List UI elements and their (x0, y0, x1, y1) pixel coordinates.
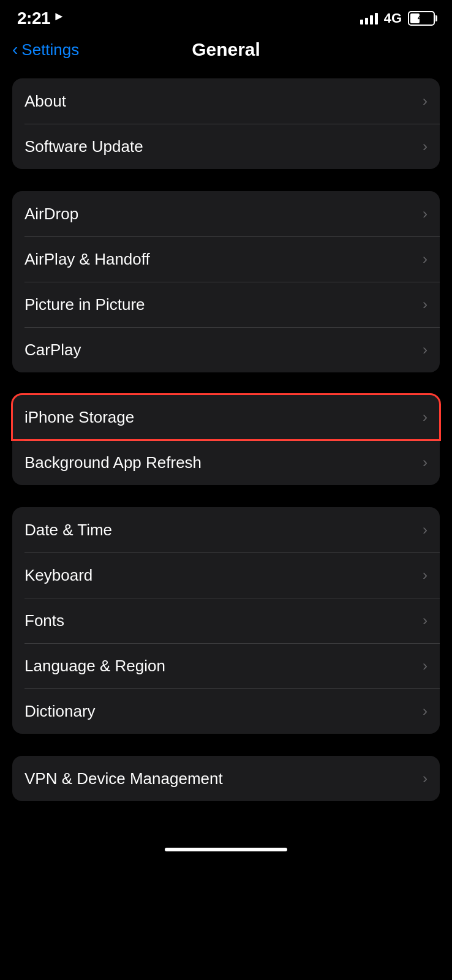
keyboard-chevron: › (423, 567, 428, 584)
signal-bar-1 (360, 20, 363, 24)
home-indicator-container (0, 829, 452, 870)
iphone-storage-chevron: › (423, 409, 428, 426)
keyboard-label: Keyboard (24, 566, 92, 585)
signal-bar-4 (375, 13, 378, 24)
clock: 2:21 (17, 9, 50, 28)
airplay-handoff-chevron: › (423, 251, 428, 268)
carplay-right: › (423, 341, 428, 358)
settings-row-carplay[interactable]: CarPlay › (12, 327, 440, 372)
settings-row-about[interactable]: About › (12, 78, 440, 124)
battery-container: 43 (408, 11, 435, 26)
carplay-label: CarPlay (24, 341, 81, 360)
settings-row-dictionary[interactable]: Dictionary › (12, 688, 440, 734)
home-indicator (165, 848, 287, 851)
status-time-area: 2:21 ► (17, 9, 65, 28)
about-right: › (423, 92, 428, 110)
vpn-device-management-right: › (423, 770, 428, 787)
settings-row-keyboard[interactable]: Keyboard › (12, 552, 440, 598)
settings-row-airplay-handoff[interactable]: AirPlay & Handoff › (12, 236, 440, 282)
settings-row-language-region[interactable]: Language & Region › (12, 643, 440, 688)
dictionary-chevron: › (423, 703, 428, 720)
settings-row-software-update[interactable]: Software Update › (12, 124, 440, 169)
settings-row-fonts[interactable]: Fonts › (12, 598, 440, 643)
back-chevron-icon: ‹ (12, 40, 18, 59)
language-region-chevron: › (423, 657, 428, 674)
picture-in-picture-chevron: › (423, 296, 428, 313)
airdrop-right: › (423, 205, 428, 222)
settings-row-date-time[interactable]: Date & Time › (12, 507, 440, 552)
background-app-refresh-chevron: › (423, 454, 428, 471)
fonts-right: › (423, 612, 428, 629)
keyboard-right: › (423, 567, 428, 584)
settings-group-2: AirDrop › AirPlay & Handoff › Picture in… (12, 191, 440, 372)
iphone-storage-right: › (423, 409, 428, 426)
picture-in-picture-right: › (423, 296, 428, 313)
status-icons: 4G 43 (360, 10, 435, 26)
settings-row-iphone-storage[interactable]: iPhone Storage › (12, 394, 440, 440)
settings-group-3: iPhone Storage › Background App Refresh … (12, 394, 440, 485)
airdrop-chevron: › (423, 205, 428, 222)
dictionary-label: Dictionary (24, 702, 96, 721)
settings-row-airdrop[interactable]: AirDrop › (12, 191, 440, 236)
settings-row-vpn-device-management[interactable]: VPN & Device Management › (12, 756, 440, 801)
location-icon: ► (53, 9, 66, 23)
vpn-device-management-chevron: › (423, 770, 428, 787)
signal-bars (360, 12, 378, 24)
picture-in-picture-label: Picture in Picture (24, 295, 145, 314)
language-region-label: Language & Region (24, 657, 165, 676)
about-label: About (24, 92, 66, 111)
signal-bar-2 (365, 18, 368, 24)
airplay-handoff-right: › (423, 251, 428, 268)
carplay-chevron: › (423, 341, 428, 358)
battery-percent: 43 (418, 14, 425, 21)
date-time-right: › (423, 521, 428, 538)
software-update-label: Software Update (24, 137, 143, 156)
network-type: 4G (384, 10, 402, 26)
settings-content: About › Software Update › AirDrop › AirP… (0, 72, 452, 829)
vpn-device-management-label: VPN & Device Management (24, 769, 223, 788)
nav-bar: ‹ Settings General (0, 33, 452, 72)
settings-group-4: Date & Time › Keyboard › Fonts › Languag… (12, 507, 440, 734)
software-update-chevron: › (423, 138, 428, 155)
dictionary-right: › (423, 703, 428, 720)
back-label: Settings (21, 40, 79, 59)
airplay-handoff-label: AirPlay & Handoff (24, 250, 150, 269)
background-app-refresh-right: › (423, 454, 428, 471)
settings-group-5: VPN & Device Management › (12, 756, 440, 801)
iphone-storage-label: iPhone Storage (24, 408, 134, 427)
settings-row-background-app-refresh[interactable]: Background App Refresh › (12, 440, 440, 485)
fonts-chevron: › (423, 612, 428, 629)
back-button[interactable]: ‹ Settings (12, 40, 79, 59)
date-time-chevron: › (423, 521, 428, 538)
software-update-right: › (423, 138, 428, 155)
status-bar: 2:21 ► 4G 43 (0, 0, 452, 33)
settings-row-picture-in-picture[interactable]: Picture in Picture › (12, 282, 440, 327)
background-app-refresh-label: Background App Refresh (24, 453, 202, 472)
settings-group-1: About › Software Update › (12, 78, 440, 169)
date-time-label: Date & Time (24, 521, 112, 540)
page-title: General (192, 39, 260, 60)
language-region-right: › (423, 657, 428, 674)
battery-icon: 43 (408, 11, 435, 26)
signal-bar-3 (370, 15, 373, 24)
fonts-label: Fonts (24, 611, 64, 630)
airdrop-label: AirDrop (24, 205, 78, 224)
about-chevron: › (423, 92, 428, 110)
